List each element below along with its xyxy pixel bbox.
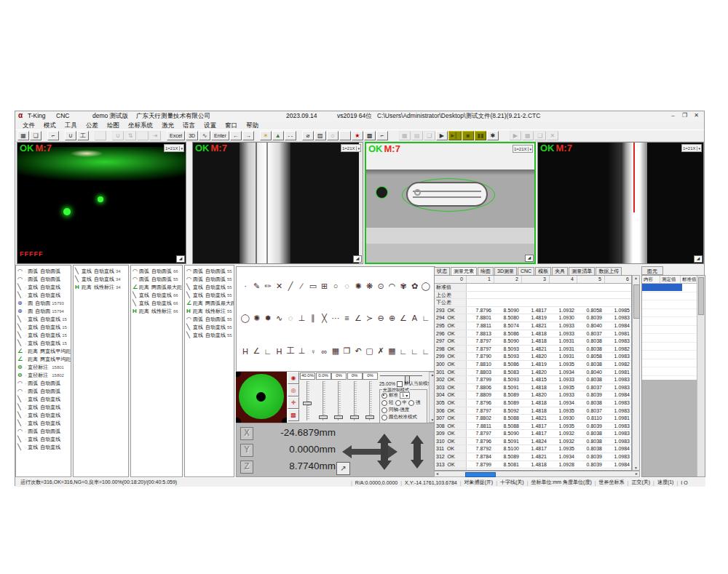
delete-tool-icon[interactable]: ✗ <box>376 346 386 356</box>
wave-tool-icon[interactable]: ∿ <box>274 314 285 323</box>
table-row[interactable]: 312 OK7.87848.50891.48211.09340.80391.09… <box>435 453 631 461</box>
detail-scrollbar[interactable] <box>697 276 705 477</box>
menu-item-6[interactable]: 激光 <box>157 121 178 130</box>
image-capture-button[interactable]: ▲ <box>272 131 284 140</box>
slider-thumb[interactable] <box>365 415 374 419</box>
mid-radio[interactable] <box>395 400 401 406</box>
element-list-item[interactable]: ◠⁘圆弧自动圆弧 <box>16 379 71 387</box>
menu-item-2[interactable]: 工具 <box>60 121 82 130</box>
stop-button[interactable]: ■ <box>462 131 474 140</box>
table-row[interactable]: 295 OK7.88118.50741.48211.09330.80401.09… <box>435 322 631 330</box>
open-program-button[interactable]: ❏ <box>424 131 435 140</box>
gear-circle-tool-icon[interactable]: ❋ <box>365 282 375 291</box>
column-header-1[interactable]: 1 <box>467 276 494 283</box>
element-list-item[interactable]: ╲⁘直线自动直线 <box>16 403 71 411</box>
detail-row[interactable] <box>642 292 705 301</box>
tools-button[interactable]: ✱ <box>487 131 499 140</box>
pen-tool-icon[interactable]: ✎ <box>252 282 262 291</box>
detail-row[interactable] <box>642 343 705 351</box>
element-detail-tab[interactable]: 图元 <box>641 266 663 275</box>
light-slider-0[interactable]: 40.0% <box>300 372 315 422</box>
drop-perp-tool-icon[interactable]: ⊥ <box>297 346 307 356</box>
table-tab-3[interactable]: 3D测量 <box>494 267 517 275</box>
menu-item-8[interactable]: 设置 <box>199 121 221 130</box>
angle-tool-icon[interactable]: ∠ <box>353 314 363 323</box>
element-list-item[interactable]: ╲直线自动直线66 <box>131 291 182 299</box>
copy-tool-icon[interactable]: ❐ <box>342 346 352 356</box>
height-tool-icon[interactable]: H <box>274 347 285 356</box>
table-vertical-scrollbar[interactable]: ▲▼ <box>632 275 640 471</box>
multi-line-tool-icon[interactable]: ≡ <box>342 314 352 322</box>
detail-row[interactable] <box>642 351 705 359</box>
focus-button[interactable] <box>95 131 106 140</box>
magnification-select[interactable]: 1=21X▾ <box>681 144 702 152</box>
light-slider-4[interactable]: 0% <box>363 372 378 422</box>
table-tab-0[interactable]: 状态 <box>434 267 450 275</box>
arrow-right-button[interactable]: → <box>242 131 254 140</box>
magnification-select[interactable]: 1=21X▾ <box>341 144 361 152</box>
table-row[interactable]: 306 OK7.87978.50921.48181.09350.80371.09… <box>435 407 631 415</box>
grid-rect-tool-icon[interactable]: ⊞ <box>320 282 330 291</box>
burst-circle-tool-icon[interactable]: ✹ <box>263 314 273 323</box>
camera-view-1[interactable]: FFFFF OKM:7 1=21X▾ ◢ <box>17 142 186 264</box>
h-distance-tool-icon[interactable]: H <box>240 347 250 356</box>
table-row[interactable]: 310 OK7.87968.50911.48241.09320.80381.09… <box>435 438 631 446</box>
element-list-item[interactable]: ∠距离两圆弧最大距离 <box>131 283 182 291</box>
run-once-button[interactable]: ▶ <box>510 131 521 140</box>
detail-row[interactable] <box>642 334 705 343</box>
element-list-item[interactable]: ╲⁘直线自动直线 <box>16 395 71 403</box>
column-header-3[interactable]: 3 <box>522 276 550 283</box>
box-tool-icon[interactable]: ▢ <box>365 346 375 356</box>
table-row[interactable]: 300 OK7.88108.50861.48191.09350.80381.09… <box>435 361 631 369</box>
menu-item-9[interactable]: 窗口 <box>221 121 242 130</box>
scrollbar-thumb[interactable] <box>633 284 640 319</box>
table-row[interactable]: 309 OK7.87978.50901.48171.09320.80381.09… <box>435 430 631 438</box>
element-list-item[interactable]: ╲直线自动直线34 <box>74 267 128 275</box>
menu-item-3[interactable]: 公差 <box>82 121 103 130</box>
element-list-item[interactable]: ╲⁘直线自动直线 <box>16 291 71 299</box>
element-list-item[interactable]: ⊕⁘圆自动圆15794 <box>16 307 71 315</box>
right-angle-tool-icon[interactable]: ∟ <box>421 314 431 322</box>
element-list-item[interactable]: ⊖⁘直径标注15802 <box>16 371 71 379</box>
loop-tool-icon[interactable]: ◌ <box>285 314 296 322</box>
element-list-item[interactable]: ◠圆弧自动圆弧55 <box>185 267 234 275</box>
element-list-item[interactable]: ◠圆弧自动圆弧66 <box>131 267 182 275</box>
curve-fit-button[interactable]: ∿ <box>199 131 210 140</box>
ring-light-tool-icon[interactable]: ✺ <box>353 282 363 291</box>
element-list-item[interactable]: ╲⁘直线自动直线15 <box>16 331 71 339</box>
resize-grip-icon[interactable]: ◢ <box>353 255 362 263</box>
element-list-item[interactable]: ╲直线自动直线55 <box>185 283 234 291</box>
element-list-item[interactable]: H距离线性标注55 <box>185 307 234 315</box>
scrollbar-thumb[interactable] <box>698 277 704 315</box>
light-slider-3[interactable]: 0% <box>347 372 363 422</box>
element-list-item[interactable]: ╲⁘直线自动直线 <box>16 419 71 427</box>
probe-button[interactable]: ∪ <box>65 131 76 140</box>
aux-button[interactable] <box>137 131 149 140</box>
element-list-item[interactable]: ╲直线自动直线66 <box>131 299 182 307</box>
play-to-end-button[interactable]: ►▏ <box>448 131 462 140</box>
strong-radio[interactable] <box>408 400 414 406</box>
program-list-button[interactable]: ▤ <box>411 131 423 140</box>
goto-origin-button[interactable]: ⌐ <box>47 131 59 140</box>
scrollbar-thumb[interactable] <box>465 472 496 477</box>
jog-arrows-icon[interactable] <box>342 434 430 470</box>
line-tool-icon[interactable]: ╱ <box>285 282 296 291</box>
slider-thumb[interactable] <box>303 402 312 405</box>
pause-button[interactable]: ▮▮ <box>475 131 486 140</box>
ring-light-quad-button[interactable]: ✛ <box>288 396 299 409</box>
hatch-pattern-button[interactable]: ▨ <box>314 131 326 140</box>
ellipse2-tool-icon[interactable]: ◯ <box>240 314 250 323</box>
element-list-item[interactable]: ⊕⁘圆自动圆15793 <box>16 299 71 307</box>
table-row[interactable]: 296 OK7.88138.50861.48181.09330.80371.09… <box>435 330 631 338</box>
save-result-button[interactable]: ▦ <box>522 131 534 140</box>
table-row[interactable]: 299 OK7.87908.50931.48201.09310.80581.09… <box>435 353 631 361</box>
table-tool-icon[interactable]: ▦ <box>387 346 397 356</box>
arrow-left-button[interactable]: ← <box>230 131 242 140</box>
ring-light-outer-button[interactable]: ◎ <box>288 384 299 396</box>
element-list-item[interactable]: ╲⁘直线自动直线15 <box>16 339 71 347</box>
zoom-search-button[interactable]: ⌀ <box>302 131 314 140</box>
table-row[interactable]: 303 OK7.88068.50911.48181.09350.80371.09… <box>435 384 631 392</box>
element-list-item[interactable]: ◠圆弧自动圆弧55 <box>185 315 234 323</box>
element-list-item[interactable]: ◠⁘圆弧自动圆弧 <box>16 267 71 275</box>
light-slider-1[interactable]: 0.0% <box>316 372 331 422</box>
